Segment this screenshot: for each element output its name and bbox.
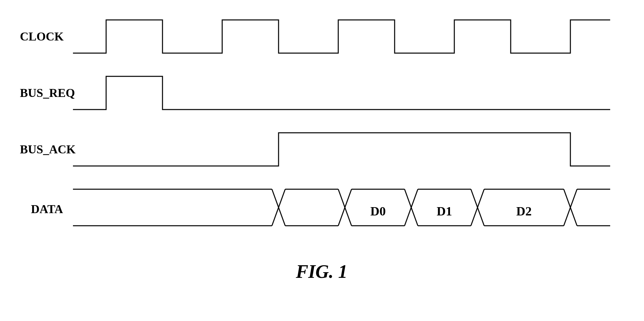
svg-text:D1: D1 xyxy=(437,204,452,218)
svg-text:D0: D0 xyxy=(370,204,386,218)
figure-caption: FIG. 1 xyxy=(296,261,348,282)
data-label: DATA xyxy=(20,202,73,216)
bus-req-label: BUS_REQ xyxy=(20,86,73,100)
data-wave: D0 D1 D2 xyxy=(73,179,623,239)
clock-label: CLOCK xyxy=(20,30,73,43)
svg-text:D2: D2 xyxy=(516,204,532,218)
bus-req-wave xyxy=(73,66,623,120)
clock-wave xyxy=(73,10,623,63)
bus-ack-wave xyxy=(73,123,623,176)
timing-diagram: CLOCK BUS_REQ BUS_ACK xyxy=(20,10,623,292)
bus-ack-label: BUS_ACK xyxy=(20,142,73,156)
